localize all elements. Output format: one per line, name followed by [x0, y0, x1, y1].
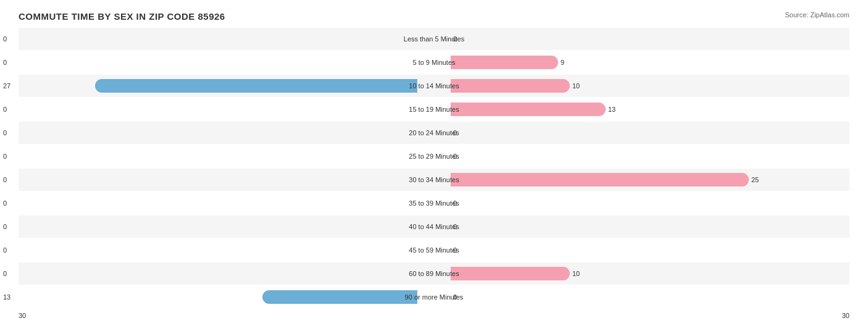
female-value: 0 [453, 35, 865, 43]
male-value: 13 [3, 293, 260, 301]
male-value: 0 [3, 176, 415, 183]
male-value: 0 [3, 35, 415, 43]
male-value: 0 [3, 199, 415, 207]
left-section: 0 [19, 262, 417, 285]
row-label: 25 to 29 Minutes [409, 153, 459, 160]
label-section: 40 to 44 Minutes [417, 223, 451, 230]
right-section: 0 [451, 145, 849, 167]
female-value: 0 [453, 293, 865, 301]
female-value: 13 [608, 106, 865, 113]
row-label: 5 to 9 Minutes [412, 59, 455, 66]
row-label: 20 to 24 Minutes [409, 129, 459, 136]
label-section: 20 to 24 Minutes [417, 129, 451, 136]
right-section: 0 [451, 122, 849, 144]
table-row: 0 30 to 34 Minutes 25 [19, 169, 849, 191]
male-value: 0 [3, 59, 415, 66]
table-row: 0 45 to 59 Minutes 0 [19, 239, 849, 261]
table-row: 0 5 to 9 Minutes 9 [19, 51, 849, 73]
female-bar [451, 56, 558, 69]
right-section: 0 [451, 192, 849, 214]
left-section: 0 [19, 169, 417, 191]
table-row: 0 20 to 24 Minutes 0 [19, 122, 849, 144]
left-section: 0 [19, 28, 417, 50]
female-value: 0 [453, 153, 865, 160]
right-section: 10 [451, 262, 849, 285]
female-value: 9 [561, 59, 865, 66]
left-section: 0 [19, 216, 417, 238]
axis-right: 30 [842, 312, 849, 319]
left-section: 27 [19, 75, 417, 97]
label-section: 90 or more Minutes [417, 293, 451, 301]
label-section: 5 to 9 Minutes [417, 59, 451, 66]
male-value: 0 [3, 153, 415, 160]
table-row: 0 25 to 29 Minutes 0 [19, 145, 849, 167]
label-section: 15 to 19 Minutes [417, 106, 451, 113]
right-section: 9 [451, 51, 849, 73]
left-section: 13 [19, 286, 417, 308]
table-row: 0 35 to 39 Minutes 0 [19, 192, 849, 214]
male-value: 0 [3, 246, 415, 254]
row-label: 10 to 14 Minutes [409, 82, 459, 90]
female-bar [451, 103, 606, 116]
female-value: 0 [453, 199, 865, 207]
label-section: 10 to 14 Minutes [417, 82, 451, 90]
female-value: 25 [751, 176, 865, 183]
row-label: 35 to 39 Minutes [409, 199, 459, 207]
female-value: 10 [572, 82, 865, 90]
table-row: 13 90 or more Minutes 0 [19, 286, 849, 308]
female-value: 10 [572, 270, 865, 277]
female-value: 0 [453, 129, 865, 136]
right-section: 25 [451, 169, 849, 191]
female-bar [451, 267, 570, 280]
left-section: 0 [19, 122, 417, 144]
chart-title: COMMUTE TIME BY SEX IN ZIP CODE 85926 [19, 11, 849, 22]
row-label: 45 to 59 Minutes [409, 246, 459, 254]
label-section: 60 to 89 Minutes [417, 270, 451, 277]
left-section: 0 [19, 145, 417, 167]
chart-container: COMMUTE TIME BY SEX IN ZIP CODE 85926 So… [0, 0, 868, 323]
left-section: 0 [19, 98, 417, 120]
male-value: 0 [3, 270, 415, 277]
row-label: 90 or more Minutes [405, 293, 464, 301]
male-value: 0 [3, 106, 415, 113]
left-section: 0 [19, 51, 417, 73]
table-row: 27 10 to 14 Minutes 10 [19, 75, 849, 97]
row-label: Less than 5 Minutes [404, 35, 464, 43]
source-text: Source: ZipAtlas.com [785, 11, 849, 19]
female-value: 0 [453, 246, 865, 254]
axis-line: 30 30 [19, 309, 849, 322]
right-section: 10 [451, 75, 849, 97]
right-section: 0 [451, 216, 849, 238]
label-section: 30 to 34 Minutes [417, 176, 451, 183]
female-bar [451, 173, 749, 187]
axis-left: 30 [19, 312, 26, 319]
right-section: 13 [451, 98, 849, 120]
table-row: 0 40 to 44 Minutes 0 [19, 216, 849, 238]
table-row: 0 60 to 89 Minutes 10 [19, 262, 849, 285]
female-bar [451, 79, 570, 93]
female-value: 0 [453, 223, 865, 230]
male-value: 0 [3, 223, 415, 230]
right-section: 0 [451, 286, 849, 308]
male-value: 27 [3, 82, 93, 90]
row-label: 60 to 89 Minutes [409, 270, 459, 277]
right-section: 0 [451, 239, 849, 261]
label-section: Less than 5 Minutes [417, 35, 451, 43]
table-row: 0 Less than 5 Minutes 0 [19, 28, 849, 50]
male-value: 0 [3, 129, 415, 136]
row-label: 40 to 44 Minutes [409, 223, 459, 230]
label-section: 25 to 29 Minutes [417, 153, 451, 160]
label-section: 45 to 59 Minutes [417, 246, 451, 254]
label-section: 35 to 39 Minutes [417, 199, 451, 207]
left-section: 0 [19, 239, 417, 261]
left-section: 0 [19, 192, 417, 214]
male-bar [262, 290, 417, 304]
right-section: 0 [451, 28, 849, 50]
row-label: 15 to 19 Minutes [409, 106, 459, 113]
male-bar [95, 79, 417, 93]
row-label: 30 to 34 Minutes [409, 176, 459, 183]
table-row: 0 15 to 19 Minutes 13 [19, 98, 849, 120]
bars-area: 0 Less than 5 Minutes 0 0 5 to 9 Minutes… [19, 28, 849, 308]
